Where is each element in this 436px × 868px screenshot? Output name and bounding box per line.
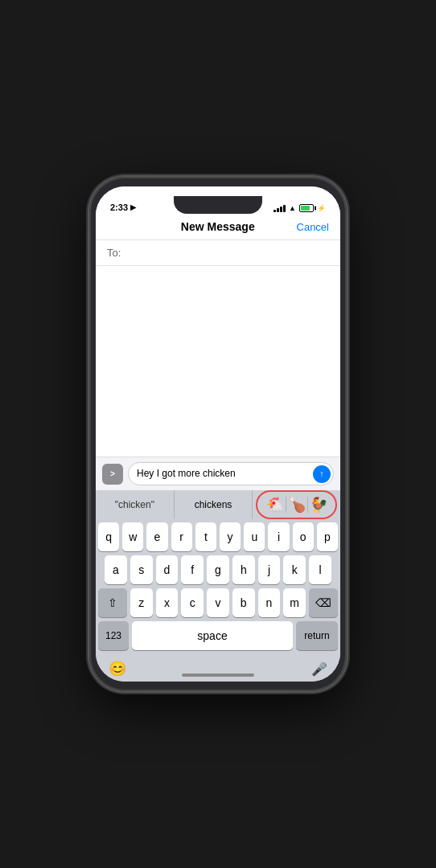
- app-drawer-button[interactable]: >: [102, 464, 123, 485]
- status-icons: ▲ ⚡: [274, 204, 326, 212]
- key-e[interactable]: e: [146, 522, 167, 551]
- microphone-icon[interactable]: 🎤: [311, 661, 327, 677]
- predictive-word-2[interactable]: chickens: [175, 490, 253, 519]
- keyboard-row-4: 123 space return: [98, 621, 338, 650]
- delete-key[interactable]: ⌫: [309, 588, 338, 617]
- key-t[interactable]: t: [195, 522, 216, 551]
- nav-bar: New Message Cancel: [96, 215, 340, 240]
- key-c[interactable]: c: [181, 588, 204, 617]
- predictive-emoji-3[interactable]: 🐓: [310, 496, 327, 514]
- time-display: 2:33: [110, 203, 128, 212]
- key-s[interactable]: s: [130, 555, 153, 584]
- location-icon: ▶: [130, 203, 136, 211]
- key-v[interactable]: v: [207, 588, 229, 617]
- return-label: return: [304, 630, 329, 641]
- predictive-word-1[interactable]: "chicken": [96, 490, 175, 519]
- space-key[interactable]: space: [132, 621, 293, 650]
- keyboard-row-2: a s d f g h j k l: [98, 555, 338, 584]
- to-field: To:: [96, 240, 340, 266]
- key-x[interactable]: x: [156, 588, 179, 617]
- key-o[interactable]: o: [293, 522, 314, 551]
- to-input[interactable]: [125, 247, 329, 259]
- charging-icon: ⚡: [317, 204, 326, 212]
- message-content: Hey I got more chicken: [137, 468, 236, 479]
- predictive-word-2-label: chickens: [195, 499, 232, 510]
- key-u[interactable]: u: [244, 522, 265, 551]
- signal-bar-2: [277, 208, 279, 212]
- key-h[interactable]: h: [232, 555, 255, 584]
- signal-bars: [274, 204, 286, 212]
- phone-frame: 2:33 ▶ ▲ ⚡ New Message Cancel: [89, 177, 347, 691]
- wifi-icon: ▲: [289, 204, 296, 212]
- message-input-wrapper: Hey I got more chicken ↑: [128, 462, 334, 485]
- predictive-word-1-label: "chicken": [115, 499, 154, 510]
- battery-icon: [299, 204, 314, 212]
- key-q[interactable]: q: [98, 522, 119, 551]
- key-f[interactable]: f: [181, 555, 204, 584]
- keyboard: q w e r t y u i o p a s d f g h j k: [96, 519, 340, 656]
- emoji-keyboard-icon[interactable]: 😊: [109, 660, 126, 678]
- key-z[interactable]: z: [130, 588, 153, 617]
- predictive-emoji-group[interactable]: 🐔 🍗 🐓: [256, 490, 337, 519]
- app-drawer-icon: >: [110, 469, 115, 478]
- message-text-display[interactable]: Hey I got more chicken: [128, 462, 334, 485]
- key-l[interactable]: l: [309, 555, 331, 584]
- nav-title: New Message: [181, 220, 255, 233]
- key-d[interactable]: d: [156, 555, 179, 584]
- emoji-divider-2: [307, 497, 308, 513]
- battery-fill: [301, 206, 310, 211]
- signal-bar-1: [274, 210, 276, 212]
- key-a[interactable]: a: [105, 555, 127, 584]
- to-label: To:: [107, 247, 121, 259]
- numbers-key[interactable]: 123: [98, 621, 129, 650]
- key-i[interactable]: i: [268, 522, 289, 551]
- emoji-divider-1: [286, 497, 286, 513]
- space-label: space: [197, 629, 227, 642]
- status-time: 2:33 ▶: [110, 203, 136, 212]
- message-body: [96, 266, 340, 457]
- key-g[interactable]: g: [207, 555, 229, 584]
- return-key[interactable]: return: [296, 621, 338, 650]
- key-m[interactable]: m: [283, 588, 306, 617]
- numbers-label: 123: [105, 630, 121, 641]
- predictive-emoji-2[interactable]: 🍗: [288, 496, 306, 514]
- signal-bar-4: [283, 205, 286, 212]
- send-button[interactable]: ↑: [313, 465, 331, 483]
- send-icon: ↑: [319, 469, 324, 478]
- home-indicator[interactable]: [182, 674, 254, 677]
- key-r[interactable]: r: [171, 522, 192, 551]
- phone-screen: 2:33 ▶ ▲ ⚡ New Message Cancel: [96, 186, 340, 682]
- key-b[interactable]: b: [232, 588, 255, 617]
- key-y[interactable]: y: [220, 522, 241, 551]
- predictive-bar: "chicken" chickens 🐔 🍗 🐓: [96, 490, 340, 519]
- key-k[interactable]: k: [283, 555, 306, 584]
- bottom-bar: 😊 🎤: [96, 656, 340, 682]
- notch: [174, 196, 262, 214]
- key-p[interactable]: p: [317, 522, 338, 551]
- key-w[interactable]: w: [122, 522, 143, 551]
- key-n[interactable]: n: [258, 588, 281, 617]
- keyboard-row-1: q w e r t y u i o p: [98, 522, 338, 551]
- keyboard-row-3: ⇧ z x c v b n m ⌫: [98, 588, 338, 617]
- cancel-button[interactable]: Cancel: [297, 221, 329, 233]
- shift-key[interactable]: ⇧: [98, 588, 127, 617]
- message-input-area: > Hey I got more chicken ↑: [96, 457, 340, 490]
- key-j[interactable]: j: [258, 555, 281, 584]
- predictive-emoji-1[interactable]: 🐔: [266, 496, 284, 514]
- signal-bar-3: [280, 207, 282, 212]
